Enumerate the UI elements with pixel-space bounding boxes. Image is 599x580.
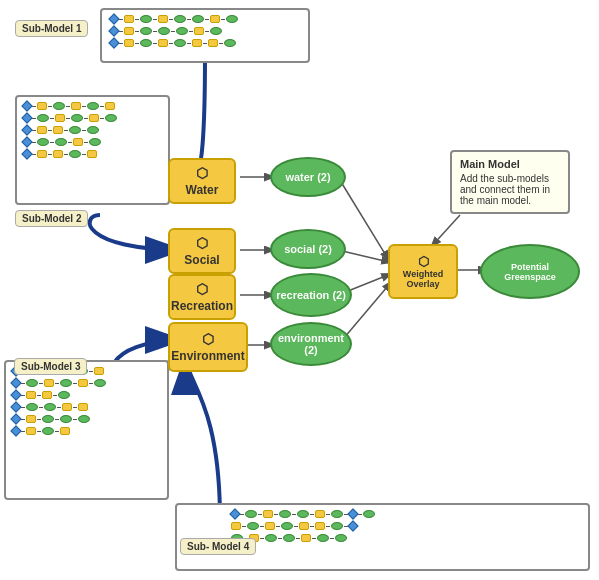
recreation-oval[interactable]: recreation (2)	[270, 273, 352, 317]
tooltip-description: Add the sub-models and connect them in t…	[460, 173, 560, 206]
mini-chain-row	[23, 126, 164, 134]
mini-chain-row	[12, 427, 163, 435]
submodel2-box	[15, 95, 170, 205]
main-model-tooltip: Main Model Add the sub-models and connec…	[450, 150, 570, 214]
weighted-overlay-icon: ⬡	[418, 254, 429, 269]
mini-chain-row	[231, 522, 584, 530]
weighted-overlay-node[interactable]: ⬡ Weighted Overlay	[388, 244, 458, 299]
recreation-node[interactable]: ⬡ Recreation	[168, 274, 236, 320]
water-oval[interactable]: water (2)	[270, 157, 346, 197]
environment-oval[interactable]: environment (2)	[270, 322, 352, 366]
potential-greenspace-oval[interactable]: Potential Greenspace	[480, 244, 580, 299]
mini-chain-row	[12, 379, 163, 387]
submodel2-label: Sub-Model 2	[15, 210, 88, 227]
svg-line-8	[338, 250, 393, 263]
submodel1-label: Sub-Model 1	[15, 20, 88, 37]
environment-node[interactable]: ⬡ Environment	[168, 322, 248, 372]
mini-chain-row	[23, 114, 164, 122]
submodel4-label: Sub- Model 4	[180, 538, 256, 555]
mini-chain-row	[110, 27, 304, 35]
social-node[interactable]: ⬡ Social	[168, 228, 236, 274]
mini-chain-row	[231, 510, 584, 518]
submodel1-box	[100, 8, 310, 63]
mini-chain-row	[23, 138, 164, 146]
environment-icon: ⬡	[202, 331, 214, 347]
recreation-icon: ⬡	[196, 281, 208, 297]
mini-chain-row	[12, 403, 163, 411]
tooltip-title: Main Model	[460, 158, 560, 170]
mini-chain-row	[12, 391, 163, 399]
mini-chain-row	[110, 15, 304, 23]
social-icon: ⬡	[196, 235, 208, 251]
water-icon: ⬡	[196, 165, 208, 181]
water-node[interactable]: ⬡ Water	[168, 158, 236, 204]
mini-chain-row	[12, 415, 163, 423]
submodel3-label: Sub-Model 3	[14, 358, 87, 375]
mini-chain-row	[110, 39, 304, 47]
social-oval[interactable]: social (2)	[270, 229, 346, 269]
mini-chain-row	[23, 150, 164, 158]
mini-chain-row	[23, 102, 164, 110]
mini-chain-row	[231, 534, 584, 542]
submodel4-box	[175, 503, 590, 571]
submodel3-box	[4, 360, 169, 500]
